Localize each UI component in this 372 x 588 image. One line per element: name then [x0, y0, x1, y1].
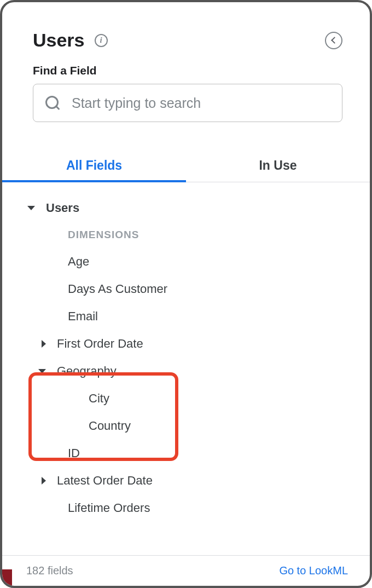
tree-group-label: Users [46, 201, 79, 215]
field-geography-city[interactable]: City [2, 385, 370, 412]
search-icon [45, 96, 60, 110]
field-label: ID [68, 446, 80, 460]
page-title: Users [33, 30, 85, 51]
search-field-container[interactable] [33, 84, 342, 122]
caret-down-icon [27, 206, 35, 210]
field-label: Age [68, 255, 89, 269]
field-first-order-date[interactable]: First Order Date [2, 330, 370, 358]
decorative-corner [2, 569, 12, 586]
caret-down-icon [38, 369, 46, 373]
info-icon[interactable]: i [95, 34, 108, 47]
tab-all-fields[interactable]: All Fields [2, 148, 186, 182]
tree-group-users[interactable]: Users [2, 194, 370, 222]
search-input[interactable] [72, 95, 330, 111]
chevron-left-icon [331, 37, 338, 44]
field-tree: Users DIMENSIONS Age Days As Customer Em… [2, 182, 370, 555]
field-age[interactable]: Age [2, 248, 370, 275]
caret-right-icon [42, 477, 46, 485]
field-latest-order-date[interactable]: Latest Order Date [2, 467, 370, 494]
go-to-lookml-link[interactable]: Go to LookML [279, 564, 348, 577]
field-geography-country[interactable]: Country [2, 412, 370, 440]
field-label: Lifetime Orders [68, 501, 150, 515]
field-email[interactable]: Email [2, 303, 370, 330]
field-label: Country [89, 419, 131, 433]
field-label: Days As Customer [68, 282, 167, 296]
field-days-as-customer[interactable]: Days As Customer [2, 275, 370, 303]
field-label: City [89, 391, 109, 406]
field-count: 182 fields [26, 564, 73, 577]
field-id[interactable]: ID [2, 440, 370, 467]
field-label: Latest Order Date [57, 474, 153, 488]
caret-right-icon [42, 340, 46, 348]
tab-in-use[interactable]: In Use [186, 148, 370, 182]
field-lifetime-orders[interactable]: Lifetime Orders [2, 494, 370, 522]
field-label: First Order Date [57, 337, 143, 351]
collapse-panel-button[interactable] [325, 32, 342, 49]
field-label: Geography [57, 364, 117, 378]
field-label: Email [68, 309, 98, 324]
field-geography[interactable]: Geography [2, 358, 370, 385]
search-label: Find a Field [33, 64, 342, 77]
section-dimensions: DIMENSIONS [2, 222, 370, 248]
